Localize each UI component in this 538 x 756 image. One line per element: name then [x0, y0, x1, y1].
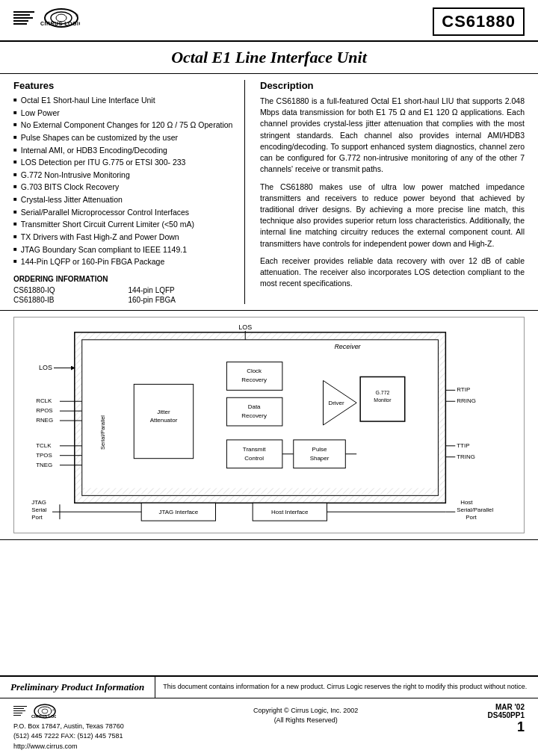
address-line1: P.O. Box 17847, Austin, Texas 78760 — [13, 722, 124, 732]
pulse-shaper-label: Pulse — [312, 446, 327, 453]
page-number: 1 — [488, 719, 525, 735]
list-item: Octal E1 Short-haul Line Interface Unit — [13, 96, 235, 106]
rneg-label: RNEG — [36, 417, 53, 424]
logo-lines-icon — [13, 11, 34, 25]
svg-point-46 — [42, 709, 48, 713]
features-column: Features Octal E1 Short-haul Line Interf… — [13, 80, 245, 304]
los-left-label: LOS — [39, 363, 52, 371]
tclk-label: TCLK — [36, 442, 52, 449]
description-column: Description The CS61880 is a full-featur… — [257, 80, 525, 304]
footer-address: P.O. Box 17847, Austin, Texas 78760 (512… — [13, 722, 124, 752]
host-interface-label: Host Interface — [271, 509, 309, 515]
host-serial-label: Host — [460, 499, 473, 506]
footer-right: MAR '02 DS450PP1 1 — [488, 703, 525, 735]
description-title: Description — [260, 80, 525, 91]
prelim-text: Preliminary Product Information — [10, 681, 144, 693]
header: CIRRUS LOGIC ® CS61880 — [0, 0, 538, 42]
svg-text:CIRRUS LOGIC: CIRRUS LOGIC — [40, 21, 80, 26]
svg-text:Shaper: Shaper — [310, 455, 330, 462]
svg-text:Control: Control — [244, 455, 264, 462]
clock-recovery-label: Clock — [247, 368, 262, 374]
serial-label: Serial — [31, 506, 47, 513]
driver-label: Driver — [328, 400, 344, 406]
jtag-interface-label: JTAG Interface — [158, 509, 198, 515]
product-title: Octal E1 Line Interface Unit — [0, 42, 538, 74]
svg-rect-43 — [82, 488, 439, 494]
tpos-label: TPOS — [36, 452, 52, 459]
part-number: CS61880 — [433, 7, 525, 36]
svg-text:Recovery: Recovery — [241, 377, 267, 383]
svg-text:CIRRUS LOGIC: CIRRUS LOGIC — [31, 714, 56, 719]
ordering-part-0: CS61880-IQ — [13, 286, 121, 294]
footer-notice-bar: Preliminary Product Information This doc… — [0, 675, 538, 698]
list-item: JTAG Boundary Scan compliant to IEEE 114… — [13, 245, 235, 255]
main-content: Features Octal E1 Short-haul Line Interf… — [0, 74, 538, 311]
list-item: G.772 Non-Intrusive Monitoring — [13, 170, 235, 181]
date-label: MAR '02 — [488, 703, 525, 711]
list-item: LOS Detection per ITU G.775 or ETSI 300-… — [13, 158, 235, 168]
block-diagram-section: LOS Receiver LOS RCLK RPOS RNEG TCLK TPO… — [0, 311, 538, 540]
ordering-package-1: 160-pin FBGA — [129, 296, 236, 304]
g772-monitor-label: G.772 — [375, 390, 389, 395]
list-item: 144-Pin LQFP or 160-Pin FBGA Package — [13, 257, 235, 267]
svg-text:Serial/Parallel: Serial/Parallel — [457, 506, 493, 513]
rpos-label: RPOS — [36, 407, 52, 414]
data-recovery-label: Data — [248, 403, 261, 410]
description-para-1: The CS61880 makes use of ultra low power… — [260, 182, 525, 250]
bottom-footer: CIRRUS LOGIC ® P.O. Box 17847, Austin, T… — [0, 698, 538, 757]
jitter-attenuator-label: Jitter — [157, 409, 170, 415]
footer-center: Copyright © Cirrus Logic, Inc. 2002 (All… — [253, 703, 358, 726]
description-para-0: The CS61880 is a full-featured Octal E1 … — [260, 96, 525, 176]
list-item: Internal AMI, or HDB3 Encoding/Decoding — [13, 146, 235, 156]
cirrus-arc-icon: CIRRUS LOGIC ® — [39, 7, 80, 28]
description-para-2: Each receiver provides reliable data rec… — [260, 255, 525, 290]
rtip-label: RTIP — [457, 386, 470, 393]
los-top-label: LOS — [238, 323, 252, 331]
ordering-section: ORDERING INFORMATION CS61880-IQ 144-pin … — [13, 275, 235, 304]
doc-number: DS450PP1 — [488, 711, 525, 719]
receiver-label: Receiver — [334, 343, 361, 350]
list-item: G.703 BITS Clock Recovery — [13, 182, 235, 193]
svg-text:Recovery: Recovery — [241, 412, 267, 419]
block-diagram-svg: LOS Receiver LOS RCLK RPOS RNEG TCLK TPO… — [14, 317, 524, 533]
ordering-title: ORDERING INFORMATION — [13, 275, 235, 283]
rclk-label: RCLK — [36, 397, 52, 404]
copyright-text: Copyright © Cirrus Logic, Inc. 2002 — [253, 706, 358, 716]
footer-cirrus-icon: CIRRUS LOGIC ® — [30, 703, 56, 719]
list-item: No External Component Changes for 120 Ω … — [13, 120, 235, 131]
footer-prelim: Preliminary Product Information — [0, 677, 155, 698]
list-item: Transmitter Short Circuit Current Limite… — [13, 220, 235, 230]
svg-text:Port: Port — [466, 514, 477, 521]
address-line2: (512) 445 7222 FAX: (512) 445 7581 — [13, 731, 124, 742]
list-item: Serial/Parallel Microprocessor Control I… — [13, 208, 235, 218]
address-line3: http://www.cirrus.com — [13, 742, 124, 752]
rights-text: (All Rights Reserved) — [253, 716, 358, 726]
footer-left: CIRRUS LOGIC ® P.O. Box 17847, Austin, T… — [13, 703, 124, 752]
serial-parallel-label: Serial/Parallel — [99, 415, 106, 450]
logo-area: CIRRUS LOGIC ® — [13, 7, 80, 28]
list-item: Low Power — [13, 108, 235, 119]
cirrus-logic-logo: CIRRUS LOGIC ® — [39, 7, 80, 28]
ordering-grid: CS61880-IQ 144-pin LQFP CS61880-IB 160-p… — [13, 286, 235, 304]
ordering-package-0: 144-pin LQFP — [129, 286, 236, 294]
footer-notice-text: This document contains information for a… — [155, 677, 538, 698]
svg-text:®: ® — [75, 13, 78, 18]
footer-logo: CIRRUS LOGIC ® — [13, 703, 124, 719]
footer-logo-lines — [13, 706, 27, 716]
tring-label: TRING — [457, 453, 475, 460]
list-item: TX Drivers with Fast High-Z and Power Do… — [13, 232, 235, 243]
features-title: Features — [13, 80, 235, 91]
tneg-label: TNEG — [36, 462, 52, 468]
rring-label: RRING — [457, 397, 476, 404]
svg-text:®: ® — [52, 708, 55, 712]
transmit-control-label: Transmit — [243, 446, 266, 453]
block-diagram: LOS Receiver LOS RCLK RPOS RNEG TCLK TPO… — [13, 317, 525, 533]
port-label: Port — [31, 514, 43, 521]
ordering-part-1: CS61880-IB — [13, 296, 121, 304]
page: CIRRUS LOGIC ® CS61880 Octal E1 Line Int… — [0, 0, 538, 756]
ttip-label: TTIP — [457, 442, 469, 449]
svg-text:Attenuator: Attenuator — [150, 417, 178, 424]
svg-text:Monitor: Monitor — [374, 397, 392, 403]
feature-list: Octal E1 Short-haul Line Interface Unit … — [13, 96, 235, 267]
list-item: Pulse Shapes can be customized by the us… — [13, 133, 235, 143]
